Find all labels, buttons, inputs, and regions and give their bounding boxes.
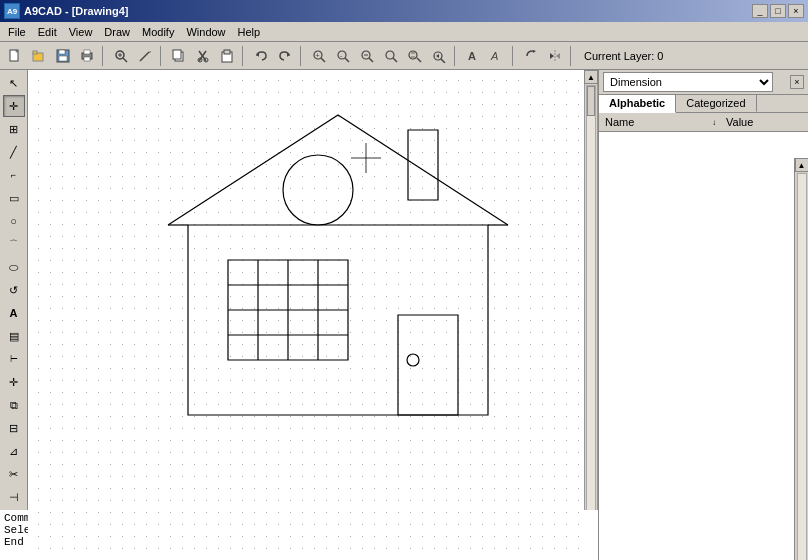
menu-edit[interactable]: Edit bbox=[32, 25, 63, 39]
font-button[interactable]: A bbox=[486, 45, 508, 67]
undo-button[interactable] bbox=[250, 45, 272, 67]
svg-rect-17 bbox=[173, 50, 181, 59]
ellipse-tool[interactable]: ⬭ bbox=[3, 256, 25, 278]
knife-button[interactable] bbox=[134, 45, 156, 67]
zoom-area-button[interactable] bbox=[110, 45, 132, 67]
title-bar: A9 A9CAD - [Drawing4] _ □ × bbox=[0, 0, 808, 22]
drawing-canvas[interactable] bbox=[28, 70, 584, 560]
sep5 bbox=[454, 46, 458, 66]
print-button[interactable] bbox=[76, 45, 98, 67]
line-tool[interactable]: ╱ bbox=[3, 141, 25, 163]
text-tool[interactable]: A bbox=[3, 302, 25, 324]
svg-rect-23 bbox=[224, 50, 230, 54]
minimize-button[interactable]: _ bbox=[752, 4, 768, 18]
svg-rect-3 bbox=[33, 51, 37, 54]
vscroll-track[interactable] bbox=[586, 85, 596, 560]
panel-dropdown[interactable]: Dimension bbox=[603, 72, 773, 92]
title-bar-controls[interactable]: _ □ × bbox=[752, 4, 804, 18]
app-icon: A9 bbox=[4, 3, 20, 19]
title-bar-left: A9 A9CAD - [Drawing4] bbox=[4, 3, 129, 19]
svg-rect-9 bbox=[84, 57, 90, 61]
window-title: A9CAD - [Drawing4] bbox=[24, 5, 129, 17]
menu-window[interactable]: Window bbox=[180, 25, 231, 39]
text-toolbar-button[interactable]: A bbox=[462, 45, 484, 67]
zoom-all-button[interactable] bbox=[356, 45, 378, 67]
mirror-edit-tool[interactable]: ⊟ bbox=[3, 417, 25, 439]
move-edit-tool[interactable]: ✛ bbox=[3, 371, 25, 393]
polyline-tool[interactable]: ⌐ bbox=[3, 164, 25, 186]
snap-tool[interactable]: ⊞ bbox=[3, 118, 25, 140]
zoom-height-button[interactable] bbox=[404, 45, 426, 67]
circle-tool[interactable]: ○ bbox=[3, 210, 25, 232]
panel-close-button[interactable]: × bbox=[790, 75, 804, 89]
sep4 bbox=[300, 46, 304, 66]
panel-sort-icon[interactable]: ↓ bbox=[710, 117, 724, 128]
vscroll-up-arrow[interactable]: ▲ bbox=[584, 70, 598, 84]
rectangle-tool[interactable]: ▭ bbox=[3, 187, 25, 209]
menu-draw[interactable]: Draw bbox=[98, 25, 136, 39]
select-tool[interactable]: ↖ bbox=[3, 72, 25, 94]
svg-text:+: + bbox=[316, 51, 320, 58]
tab-alphabetic[interactable]: Alphabetic bbox=[599, 95, 676, 113]
redo-button[interactable] bbox=[274, 45, 296, 67]
save-button[interactable] bbox=[52, 45, 74, 67]
svg-marker-49 bbox=[556, 53, 560, 59]
svg-line-14 bbox=[140, 52, 149, 61]
sep6 bbox=[512, 46, 516, 66]
maximize-button[interactable]: □ bbox=[770, 4, 786, 18]
canvas-vscroll[interactable]: ▲ ▼ bbox=[584, 70, 598, 560]
panel-value-header: Value bbox=[724, 115, 804, 129]
svg-rect-6 bbox=[59, 56, 67, 61]
hatch-tool[interactable]: ▤ bbox=[3, 325, 25, 347]
extend-tool[interactable]: ⊣ bbox=[3, 486, 25, 508]
menu-help[interactable]: Help bbox=[232, 25, 267, 39]
arc-tool[interactable]: ⌒ bbox=[3, 233, 25, 255]
svg-marker-46 bbox=[533, 50, 536, 53]
canvas-area[interactable] bbox=[28, 70, 584, 560]
menu-bar: File Edit View Draw Modify Window Help bbox=[0, 22, 808, 42]
svg-text:A: A bbox=[468, 50, 476, 62]
cut-button[interactable] bbox=[192, 45, 214, 67]
rotate-button[interactable] bbox=[520, 45, 542, 67]
menu-modify[interactable]: Modify bbox=[136, 25, 180, 39]
zoom-out-button[interactable]: - bbox=[332, 45, 354, 67]
svg-line-27 bbox=[321, 58, 325, 62]
canvas-row: ↖ ✛ ⊞ ╱ ⌐ ▭ ○ ⌒ ⬭ ↺ A ▤ ⊢ ✛ ⧉ ⊟ ⊿ ✂ ⊣ ⌫ … bbox=[0, 70, 808, 560]
sep3 bbox=[242, 46, 246, 66]
panel-vscroll-up[interactable]: ▲ bbox=[795, 158, 809, 172]
vscroll-thumb[interactable] bbox=[587, 86, 595, 116]
menu-view[interactable]: View bbox=[63, 25, 99, 39]
svg-text:-: - bbox=[340, 51, 343, 58]
zoom-width-button[interactable] bbox=[380, 45, 402, 67]
right-panel: Dimension × Alphabetic Categorized Name … bbox=[598, 70, 808, 560]
pan-tool[interactable]: ✛ bbox=[3, 95, 25, 117]
panel-content bbox=[599, 132, 808, 560]
scale-tool[interactable]: ⊿ bbox=[3, 440, 25, 462]
dimension-tool[interactable]: ⊢ bbox=[3, 348, 25, 370]
svg-line-42 bbox=[441, 59, 445, 63]
copy2-button[interactable] bbox=[168, 45, 190, 67]
zoom-in-button[interactable]: + bbox=[308, 45, 330, 67]
svg-rect-8 bbox=[84, 50, 90, 54]
tab-categorized[interactable]: Categorized bbox=[676, 95, 756, 112]
svg-line-36 bbox=[393, 58, 397, 62]
trim-tool[interactable]: ✂ bbox=[3, 463, 25, 485]
paste-button[interactable] bbox=[216, 45, 238, 67]
svg-line-30 bbox=[345, 58, 349, 62]
panel-table-header: Name ↓ Value bbox=[599, 113, 808, 132]
current-layer-label: Current Layer: 0 bbox=[584, 50, 663, 62]
new-button[interactable] bbox=[4, 45, 26, 67]
svg-point-35 bbox=[386, 51, 394, 59]
svg-marker-48 bbox=[550, 53, 554, 59]
svg-rect-5 bbox=[59, 50, 65, 54]
menu-file[interactable]: File bbox=[2, 25, 32, 39]
open-button[interactable] bbox=[28, 45, 50, 67]
svg-marker-43 bbox=[436, 54, 439, 58]
zoom-prev-button[interactable] bbox=[428, 45, 450, 67]
rotate-left-tool[interactable]: ↺ bbox=[3, 279, 25, 301]
copy-edit-tool[interactable]: ⧉ bbox=[3, 394, 25, 416]
mirror-button[interactable] bbox=[544, 45, 566, 67]
close-button[interactable]: × bbox=[788, 4, 804, 18]
svg-point-37 bbox=[409, 51, 417, 59]
left-toolbar: ↖ ✛ ⊞ ╱ ⌐ ▭ ○ ⌒ ⬭ ↺ A ▤ ⊢ ✛ ⧉ ⊟ ⊿ ✂ ⊣ ⌫ … bbox=[0, 70, 28, 560]
